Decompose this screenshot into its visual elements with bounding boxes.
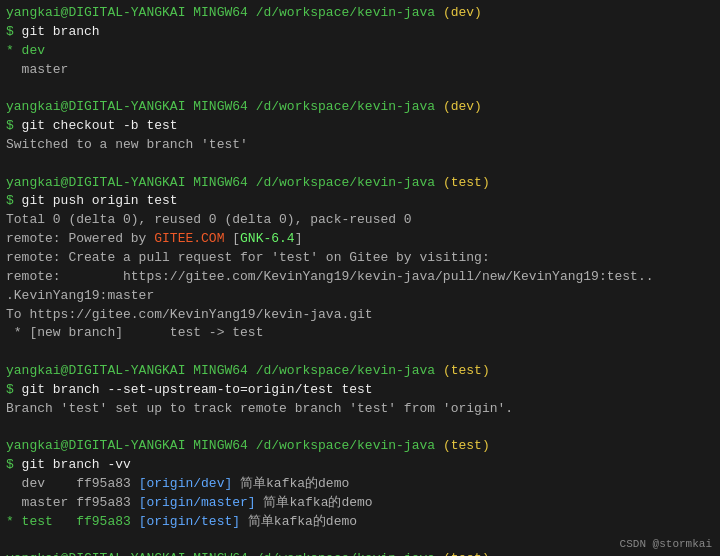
terminal-text: .KevinYang19:master <box>6 288 154 303</box>
terminal-text: [ <box>224 231 240 246</box>
terminal-line: yangkai@DIGITAL-YANGKAI MINGW64 /d/works… <box>6 362 714 381</box>
terminal-line: .KevinYang19:master <box>6 287 714 306</box>
terminal-text: remote: Create a pull request for 'test'… <box>6 250 490 265</box>
terminal-text: (test) <box>443 551 490 556</box>
terminal-text: remote: https://gitee.com/KevinYang19/ke… <box>6 269 654 284</box>
terminal-line: $ git branch <box>6 23 714 42</box>
terminal-text: remote: Powered by <box>6 231 154 246</box>
terminal-text: * [new branch] test -> test <box>6 325 263 340</box>
terminal-line: remote: Powered by GITEE.COM [GNK-6.4] <box>6 230 714 249</box>
terminal-line: yangkai@DIGITAL-YANGKAI MINGW64 /d/works… <box>6 174 714 193</box>
terminal-text: GITEE.COM <box>154 231 224 246</box>
terminal-text: Switched to a new branch 'test' <box>6 137 248 152</box>
terminal-text: To https://gitee.com/KevinYang19/kevin-j… <box>6 307 373 322</box>
terminal-line: * [new branch] test -> test <box>6 324 714 343</box>
terminal-text: git branch -vv <box>22 457 131 472</box>
terminal-text: master <box>6 62 68 77</box>
terminal-text: git push origin test <box>22 193 178 208</box>
terminal-text: dev ff95a83 <box>6 476 139 491</box>
terminal-line: master <box>6 61 714 80</box>
terminal-line: master ff95a83 [origin/master] 简单kafka的d… <box>6 494 714 513</box>
terminal-line <box>6 343 714 362</box>
terminal-line: remote: Create a pull request for 'test'… <box>6 249 714 268</box>
terminal-line: To https://gitee.com/KevinYang19/kevin-j… <box>6 306 714 325</box>
terminal-text: git branch <box>22 24 100 39</box>
terminal-text: (test) <box>443 438 490 453</box>
terminal-line: Switched to a new branch 'test' <box>6 136 714 155</box>
terminal-line: yangkai@DIGITAL-YANGKAI MINGW64 /d/works… <box>6 98 714 117</box>
terminal-line <box>6 79 714 98</box>
terminal-text: $ <box>6 193 22 208</box>
terminal-text: $ <box>6 24 22 39</box>
terminal-text: ] <box>295 231 303 246</box>
terminal-text: yangkai@DIGITAL-YANGKAI MINGW64 /d/works… <box>6 99 443 114</box>
terminal-text: yangkai@DIGITAL-YANGKAI MINGW64 /d/works… <box>6 551 443 556</box>
terminal-text: yangkai@DIGITAL-YANGKAI MINGW64 /d/works… <box>6 438 443 453</box>
terminal-line: remote: https://gitee.com/KevinYang19/ke… <box>6 268 714 287</box>
terminal-text: dev <box>22 43 45 58</box>
terminal-text: (dev) <box>443 99 482 114</box>
terminal-text: $ <box>6 118 22 133</box>
terminal-text: GNK-6.4 <box>240 231 295 246</box>
terminal-text: [origin/dev] <box>139 476 233 491</box>
watermark: CSDN @stormkai <box>620 538 712 550</box>
terminal-text: yangkai@DIGITAL-YANGKAI MINGW64 /d/works… <box>6 5 443 20</box>
terminal-text: yangkai@DIGITAL-YANGKAI MINGW64 /d/works… <box>6 175 443 190</box>
terminal-line <box>6 155 714 174</box>
terminal-line: dev ff95a83 [origin/dev] 简单kafka的demo <box>6 475 714 494</box>
terminal-text: git branch --set-upstream-to=origin/test… <box>22 382 373 397</box>
terminal-line: $ git branch -vv <box>6 456 714 475</box>
terminal-text: [origin/master] <box>139 495 256 510</box>
terminal: yangkai@DIGITAL-YANGKAI MINGW64 /d/works… <box>0 0 720 556</box>
terminal-line: Total 0 (delta 0), reused 0 (delta 0), p… <box>6 211 714 230</box>
terminal-text: * <box>6 43 22 58</box>
terminal-text: * test ff95a83 <box>6 514 139 529</box>
terminal-text: git checkout -b test <box>22 118 178 133</box>
terminal-line: $ git checkout -b test <box>6 117 714 136</box>
terminal-text: 简单kafka的demo <box>232 476 349 491</box>
terminal-text: 简单kafka的demo <box>256 495 373 510</box>
terminal-text: (test) <box>443 363 490 378</box>
terminal-text: Total 0 (delta 0), reused 0 (delta 0), p… <box>6 212 412 227</box>
terminal-text: [origin/test] <box>139 514 240 529</box>
terminal-line: $ git push origin test <box>6 192 714 211</box>
terminal-line: * test ff95a83 [origin/test] 简单kafka的dem… <box>6 513 714 532</box>
terminal-line: yangkai@DIGITAL-YANGKAI MINGW64 /d/works… <box>6 4 714 23</box>
terminal-line: yangkai@DIGITAL-YANGKAI MINGW64 /d/works… <box>6 550 714 556</box>
terminal-line <box>6 532 714 551</box>
terminal-text: $ <box>6 382 22 397</box>
terminal-text: $ <box>6 457 22 472</box>
terminal-line: Branch 'test' set up to track remote bra… <box>6 400 714 419</box>
terminal-text: Branch 'test' set up to track remote bra… <box>6 401 513 416</box>
terminal-text: (test) <box>443 175 490 190</box>
terminal-text: 简单kafka的demo <box>240 514 357 529</box>
terminal-line: yangkai@DIGITAL-YANGKAI MINGW64 /d/works… <box>6 437 714 456</box>
terminal-line: * dev <box>6 42 714 61</box>
terminal-line <box>6 419 714 438</box>
terminal-line: $ git branch --set-upstream-to=origin/te… <box>6 381 714 400</box>
terminal-text: master ff95a83 <box>6 495 139 510</box>
terminal-text: yangkai@DIGITAL-YANGKAI MINGW64 /d/works… <box>6 363 443 378</box>
terminal-text: (dev) <box>443 5 482 20</box>
